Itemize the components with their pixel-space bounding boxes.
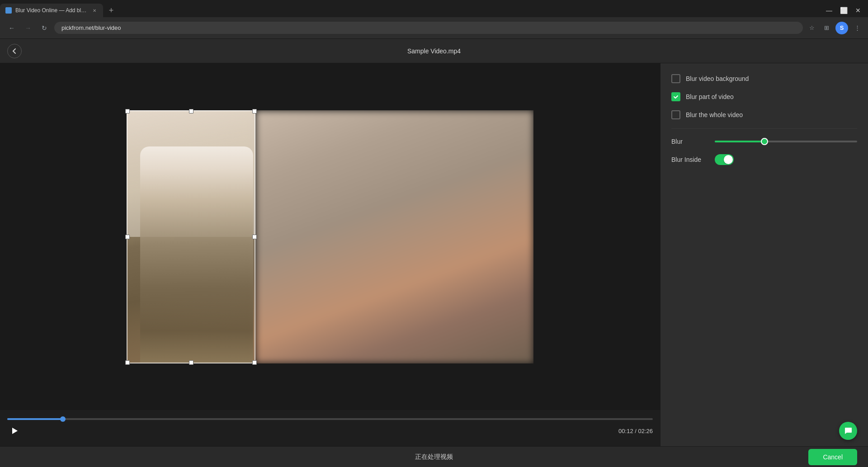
option-blur-background: Blur video background xyxy=(671,74,857,83)
time-display: 00:12 / 02:26 xyxy=(618,428,653,434)
video-container xyxy=(0,63,660,410)
tab-title: Blur Video Online — Add blur e... xyxy=(15,7,88,14)
progress-fill xyxy=(7,418,63,420)
checkbox-blur-whole[interactable] xyxy=(671,110,680,119)
handle-top-mid[interactable] xyxy=(189,109,193,113)
checkbox-blur-background[interactable] xyxy=(671,74,680,83)
maximize-button[interactable]: ⬜ xyxy=(837,4,850,17)
blur-selection-rect[interactable] xyxy=(127,110,255,363)
profile-extensions-icon[interactable]: ⊞ xyxy=(821,23,832,33)
option-blur-part: Blur part of video xyxy=(671,92,857,101)
checkbox-blur-background-label: Blur video background xyxy=(686,75,749,82)
sidebar: Blur video background Blur part of video… xyxy=(660,63,868,446)
tab-close-icon[interactable]: ✕ xyxy=(91,7,98,14)
bookmark-icon[interactable]: ☆ xyxy=(807,23,817,33)
toggle-knob xyxy=(724,155,733,164)
user-profile-icon[interactable]: S xyxy=(835,22,848,34)
tab-bar: Blur Video Online — Add blur e... ✕ + — … xyxy=(0,0,868,17)
blur-inside-row: Blur Inside xyxy=(671,154,857,165)
video-blurred-region xyxy=(255,110,533,363)
checkbox-blur-part[interactable] xyxy=(671,92,680,101)
forward-button: → xyxy=(22,22,34,34)
cancel-button[interactable]: Cancel xyxy=(808,449,857,465)
bottom-bar: 正在处理视频 Cancel xyxy=(0,446,868,467)
blur-slider-label: Blur xyxy=(671,138,708,145)
settings-icon[interactable]: ⋮ xyxy=(852,23,863,33)
handle-mid-left[interactable] xyxy=(125,235,130,239)
video-controls: 00:12 / 02:26 xyxy=(0,410,660,446)
url-input[interactable] xyxy=(54,22,803,34)
play-button[interactable] xyxy=(7,424,22,438)
address-bar: ← → ↻ ☆ ⊞ S ⋮ xyxy=(0,17,868,39)
checkmark-icon xyxy=(673,94,679,99)
minimize-button[interactable]: — xyxy=(823,4,835,17)
blur-slider-thumb[interactable] xyxy=(761,138,768,145)
back-button[interactable] xyxy=(7,44,22,58)
checkbox-blur-part-label: Blur part of video xyxy=(686,93,734,100)
tab-favicon xyxy=(5,7,12,14)
controls-row: 00:12 / 02:26 xyxy=(7,424,653,438)
app-header: Sample Video.mp4 xyxy=(0,39,868,63)
app-body: 00:12 / 02:26 Blur video background Blur… xyxy=(0,63,868,446)
blur-slider-track[interactable] xyxy=(715,141,857,142)
browser-chrome: Blur Video Online — Add blur e... ✕ + — … xyxy=(0,0,868,39)
chat-icon xyxy=(844,426,853,435)
blur-slider-row: Blur xyxy=(671,138,857,145)
chat-button[interactable] xyxy=(839,422,857,440)
svg-marker-0 xyxy=(12,428,18,434)
option-blur-whole: Blur the whole video xyxy=(671,110,857,119)
new-tab-button[interactable]: + xyxy=(105,4,118,17)
checkbox-blur-whole-label: Blur the whole video xyxy=(686,111,743,118)
blur-inside-toggle[interactable] xyxy=(715,154,734,165)
handle-bot-right[interactable] xyxy=(252,360,257,365)
blur-inside-label: Blur Inside xyxy=(671,156,708,163)
progress-bar[interactable] xyxy=(7,418,653,420)
handle-top-left[interactable] xyxy=(125,109,130,113)
video-frame xyxy=(127,110,533,363)
handle-bot-mid[interactable] xyxy=(189,360,193,365)
reload-button[interactable]: ↻ xyxy=(38,22,51,34)
progress-thumb[interactable] xyxy=(60,416,66,422)
handle-top-right[interactable] xyxy=(252,109,257,113)
blur-slider-fill xyxy=(715,141,764,142)
divider xyxy=(671,128,857,129)
status-text: 正在处理视频 xyxy=(293,453,575,461)
back-arrow-icon xyxy=(11,47,18,55)
play-icon xyxy=(10,426,19,435)
video-area: 00:12 / 02:26 xyxy=(0,63,660,446)
handle-mid-right[interactable] xyxy=(252,235,257,239)
app-title: Sample Video.mp4 xyxy=(407,47,461,55)
active-tab[interactable]: Blur Video Online — Add blur e... ✕ xyxy=(0,4,103,17)
close-button[interactable]: ✕ xyxy=(852,4,864,17)
handle-bot-left[interactable] xyxy=(125,360,130,365)
back-button[interactable]: ← xyxy=(5,22,18,34)
